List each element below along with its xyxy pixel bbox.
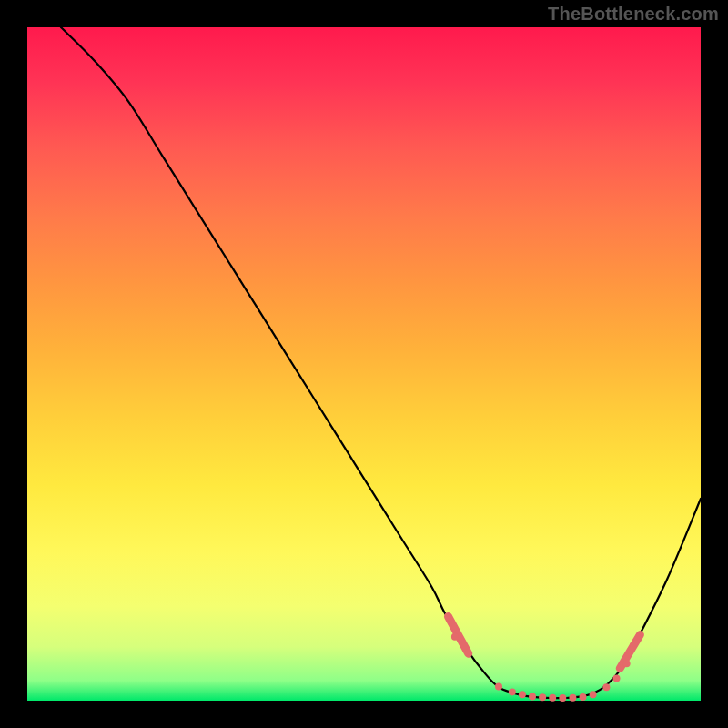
highlight-pills [449, 617, 641, 669]
highlight-dot [559, 694, 566, 702]
highlight-dot [580, 693, 587, 701]
highlight-dot [539, 693, 546, 701]
highlight-dot [509, 688, 516, 695]
highlight-dot [529, 693, 536, 701]
highlight-dot [549, 694, 556, 702]
highlight-dot [630, 642, 637, 649]
attribution-text: TheBottleneck.com [548, 4, 719, 25]
highlight-dot [569, 694, 576, 702]
bottleneck-curve [61, 27, 701, 698]
highlight-dot [451, 633, 459, 641]
chart-svg [27, 27, 701, 701]
highlight-dot [519, 691, 526, 698]
highlight-dot [602, 683, 610, 691]
highlight-dot [613, 675, 621, 682]
plot-area [27, 27, 701, 701]
highlight-dot [590, 691, 597, 698]
highlight-dot [623, 660, 631, 667]
chart-frame: TheBottleneck.com [0, 0, 728, 728]
highlight-pill [449, 617, 469, 654]
highlight-dot [495, 683, 502, 691]
